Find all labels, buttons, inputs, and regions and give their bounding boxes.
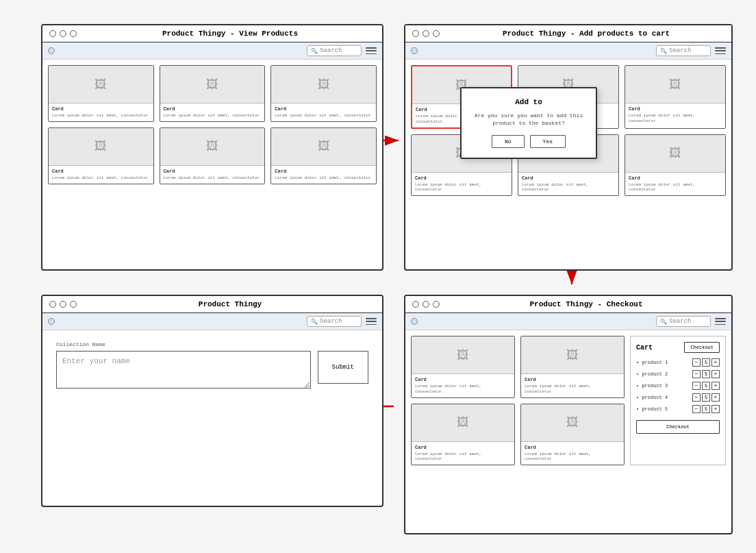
increment-btn-2[interactable]: + <box>711 370 720 378</box>
menu-icon-3[interactable] <box>366 317 377 325</box>
cart-item-controls-4: − 5 + <box>692 393 720 402</box>
checkout-card-4[interactable]: 🖼 Card Lorem ipsum dolor sit amet, conse… <box>520 404 625 466</box>
modal-yes-button[interactable]: Yes <box>530 135 566 148</box>
product-card-1[interactable]: 🖼 Card Lorem ipsum dolor sit amet, conse… <box>48 65 154 122</box>
card-image: 🖼 <box>49 128 153 166</box>
card-title: Card <box>525 445 620 450</box>
products-grid: 🖼 Card Lorem ipsum dolor sit amet, conse… <box>42 60 382 190</box>
window-title-3: Product Thingy <box>85 300 375 308</box>
product-card-5[interactable]: 🖼 Card Lorem ipsum dolor sit amet, conse… <box>160 127 266 184</box>
card-body: Card Lorem ipsum dolor sit amet, consect… <box>625 173 725 196</box>
search-icon: 🔍 <box>311 48 318 54</box>
cart-header: Cart Checkout <box>636 342 720 353</box>
window-dot-1 <box>49 30 56 37</box>
product-icon: 🖼 <box>457 415 469 430</box>
product-card-4[interactable]: 🖼 Card Lorem ipsum dolor sit amet, conse… <box>48 127 154 184</box>
window-dot-3 <box>70 30 77 37</box>
cart-item-5: • product 5 − 5 + <box>636 405 720 413</box>
card-title: Card <box>52 106 150 112</box>
product-card-b3[interactable]: 🖼 Card Lorem ipsum dolor sit amet, conse… <box>625 65 726 129</box>
card-title: Card <box>415 445 511 450</box>
decrement-btn-5[interactable]: − <box>692 405 701 413</box>
product-card-b6[interactable]: 🖼 Card Lorem ipsum dolor sit amet, conse… <box>625 134 726 197</box>
card-body: Card Lorem ipsum dolor sit amet, consect… <box>521 442 624 465</box>
submit-button[interactable]: Submit <box>318 351 368 384</box>
cart-item-name-2: • product 2 <box>636 371 668 377</box>
card-body: Card Lorem ipsum dolor sit amet, consect… <box>160 103 265 121</box>
cart-title: Cart <box>636 344 653 352</box>
form-section: Collection Name Enter your name ⤡ Submit <box>42 330 382 403</box>
card-text: Lorem ipsum dolor sit amet, consectetur <box>525 452 620 463</box>
quantity-3: 5 <box>702 382 710 390</box>
cart-item-controls-1: − 5 + <box>692 358 720 367</box>
window-dot-7 <box>49 301 56 308</box>
titlebar-add-to-cart: Product Thingy - Add products to cart <box>405 25 731 42</box>
increment-btn-1[interactable]: + <box>711 358 720 367</box>
card-image: 🖼 <box>160 66 265 103</box>
search-box-2[interactable]: 🔍 Search <box>656 45 711 56</box>
card-image: 🖼 <box>521 336 624 374</box>
product-icon: 🖼 <box>669 77 681 92</box>
window-controls <box>49 30 77 37</box>
checkout-button-bottom[interactable]: Checkout <box>636 420 720 434</box>
menu-icon-4[interactable] <box>715 317 726 325</box>
card-text: Lorem ipsum dolor sit amet, consectetur <box>52 113 150 119</box>
add-to-cart-modal: Add to Are you sure you want to add this… <box>460 87 597 159</box>
checkout-button-top[interactable]: Checkout <box>684 342 720 353</box>
search-box[interactable]: 🔍 Search <box>307 45 362 56</box>
search-icon-4: 🔍 <box>660 319 667 325</box>
search-box-4[interactable]: 🔍 Search <box>656 316 711 327</box>
search-placeholder: Search <box>320 47 342 54</box>
cart-item-controls-2: − 5 + <box>692 370 720 378</box>
card-body: Card Lorem ipsum dolor sit amet, consect… <box>625 103 725 127</box>
card-body: Card Lorem ipsum dolor sit amet, consect… <box>271 103 376 121</box>
card-text: Lorem ipsum dolor sit amet, consectetur <box>415 384 511 395</box>
card-body: Card Lorem ipsum dolor sit amet, consect… <box>412 374 514 397</box>
product-card-3[interactable]: 🖼 Card Lorem ipsum dolor sit amet, conse… <box>270 65 377 122</box>
product-card-2[interactable]: 🖼 Card Lorem ipsum dolor sit amet, conse… <box>160 65 266 122</box>
product-icon: 🖼 <box>206 77 218 92</box>
card-body: Card Lorem ipsum dolor sit amet, consect… <box>518 173 618 196</box>
cart-item-name-4: • product 4 <box>636 395 668 400</box>
modal-title: Add to <box>471 98 586 106</box>
increment-btn-4[interactable]: + <box>711 393 720 402</box>
checkout-window: Product Thingy - Checkout 🔍 Search 🖼 C <box>404 295 733 534</box>
search-box-3[interactable]: 🔍 Search <box>307 316 362 327</box>
cart-item-3: • product 3 − 5 + <box>636 382 720 390</box>
product-icon: 🖼 <box>457 348 469 362</box>
card-text: Lorem ipsum dolor sit amet, consectetur <box>275 113 373 119</box>
product-card-6[interactable]: 🖼 Card Lorem ipsum dolor sit amet, conse… <box>270 127 377 184</box>
cart-item-4: • product 4 − 5 + <box>636 393 720 402</box>
card-text: Lorem ipsum dolor sit amet, consectetur <box>164 175 262 181</box>
toolbar-circle-2 <box>411 47 418 54</box>
search-placeholder-2: Search <box>669 47 691 54</box>
product-icon: 🖼 <box>566 348 579 362</box>
collection-name-input[interactable]: Enter your name <box>56 351 311 389</box>
checkout-card-3[interactable]: 🖼 Card Lorem ipsum dolor sit amet, conse… <box>411 404 515 466</box>
decrement-btn-3[interactable]: − <box>692 382 701 390</box>
card-body: Card Lorem ipsum dolor sit amet, consect… <box>521 374 624 397</box>
decrement-btn-2[interactable]: − <box>692 370 701 378</box>
cart-item-name-5: • product 5 <box>636 406 668 412</box>
modal-no-button[interactable]: No <box>492 135 525 148</box>
quantity-2: 5 <box>702 370 710 378</box>
menu-icon-2[interactable] <box>715 47 726 55</box>
card-text: Lorem ipsum dolor sit amet, consectetur <box>164 113 262 119</box>
decrement-btn-1[interactable]: − <box>692 358 701 367</box>
checkout-card-2[interactable]: 🖼 Card Lorem ipsum dolor sit amet, conse… <box>520 336 625 398</box>
card-image: 🖼 <box>625 135 725 173</box>
product-icon: 🖼 <box>669 146 681 160</box>
card-title: Card <box>275 169 373 174</box>
collection-window: Product Thingy 🔍 Search Collection Name … <box>41 295 383 507</box>
decrement-btn-4[interactable]: − <box>692 393 701 402</box>
increment-btn-5[interactable]: + <box>711 405 720 413</box>
increment-btn-3[interactable]: + <box>711 382 720 390</box>
checkout-card-1[interactable]: 🖼 Card Lorem ipsum dolor sit amet, conse… <box>411 336 515 398</box>
window-dot-4 <box>412 30 419 37</box>
card-text: Lorem ipsum dolor sit amet, consectetur <box>415 182 508 193</box>
card-title: Card <box>275 106 373 112</box>
titlebar-checkout: Product Thingy - Checkout <box>405 296 731 313</box>
menu-icon[interactable] <box>366 47 377 55</box>
collection-name-label: Collection Name <box>56 341 368 347</box>
toolbar-add-to-cart: 🔍 Search <box>405 42 731 60</box>
